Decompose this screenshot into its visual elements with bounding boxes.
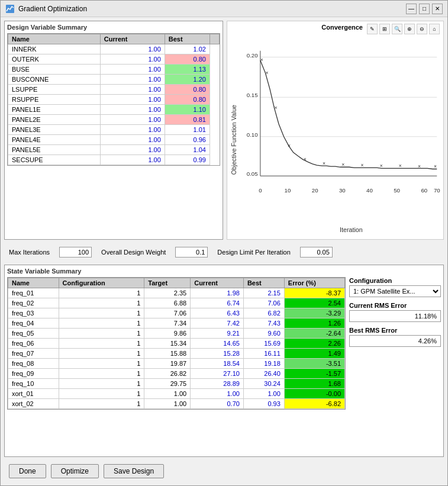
sv-best: 6.82: [243, 308, 284, 318]
sv-error: 1.68: [284, 379, 344, 389]
dv-name: PANEL4E: [8, 135, 101, 145]
table-row: OUTERK1.000.80: [8, 54, 220, 65]
max-iterations-input[interactable]: [59, 247, 92, 258]
sv-current: 6.74: [191, 298, 244, 308]
design-var-title: Design Variable Summary: [7, 24, 220, 31]
state-var-section: State Variable Summary Name Configuratio…: [4, 265, 444, 457]
dv-name: OUTERK: [8, 54, 101, 65]
svg-text:Iteration: Iteration: [340, 226, 363, 233]
sv-error: 1.49: [284, 349, 344, 359]
design-limit-input[interactable]: [300, 247, 333, 258]
col-name: Name: [8, 34, 101, 44]
svg-text:30: 30: [339, 187, 346, 194]
config-label: Configuration: [349, 277, 441, 284]
chart-panel: Convergence ✎ ⊞ 🔍 ⊕ ⊖ ⌂ Objective Functi…: [227, 21, 444, 240]
sv-current: 27.10: [191, 369, 244, 379]
sv-config: 1: [59, 359, 144, 369]
title-buttons: — □ ✕: [406, 4, 443, 14]
done-button[interactable]: Done: [9, 464, 46, 478]
minimize-button[interactable]: —: [406, 4, 417, 14]
sv-name: freq_10: [8, 379, 59, 389]
state-var-table: Name Configuration Target Current Best E…: [8, 278, 345, 409]
dv-best: 0.80: [165, 85, 210, 95]
chart-tool-2[interactable]: ⊞: [379, 24, 390, 34]
svg-text:Objective Function Value: Objective Function Value: [230, 105, 237, 175]
dv-current: 1.00: [100, 135, 165, 145]
optimize-button[interactable]: Optimize: [51, 464, 99, 478]
sv-error: -3.29: [284, 308, 344, 318]
dv-name: PANEL2E: [8, 115, 101, 125]
sv-name: freq_05: [8, 329, 59, 339]
window-title: Gradient Optimization: [18, 5, 87, 13]
design-var-panel: Design Variable Summary Name Current Bes…: [4, 21, 223, 240]
best-rms-label: Best RMS Error: [349, 327, 441, 334]
save-design-button[interactable]: Save Design: [104, 464, 164, 478]
sv-error: 2.26: [284, 339, 344, 349]
svg-text:0.05: 0.05: [247, 170, 258, 177]
table-row: freq_10129.7528.8930.241.68: [8, 379, 345, 389]
table-row: BUSE1.001.13: [8, 65, 220, 75]
sv-config: 1: [59, 379, 144, 389]
table-row: RSUPPE1.000.80: [8, 95, 220, 105]
sv-target: 26.82: [144, 369, 191, 379]
sv-current: 28.89: [191, 379, 244, 389]
dv-name: RSUPPE: [8, 95, 101, 105]
svg-text:10: 10: [285, 187, 291, 194]
dv-best: 0.81: [165, 115, 210, 125]
sv-config: 1: [59, 369, 144, 379]
svg-text:0.10: 0.10: [247, 131, 258, 138]
dv-name: SECSUPE: [8, 155, 101, 165]
main-content: Design Variable Summary Name Current Bes…: [1, 17, 447, 485]
config-select[interactable]: 1: GPM Satellite Ex...: [349, 285, 441, 297]
table-row: xort_0111.001.001.00-0.00: [8, 389, 345, 399]
dv-best: 1.02: [165, 44, 210, 54]
col-scroll: [210, 34, 220, 44]
sv-error: 2.54: [284, 298, 344, 308]
dv-current: 1.00: [100, 105, 165, 115]
table-row: PANEL1E1.001.10: [8, 105, 220, 115]
sv-name: freq_07: [8, 349, 59, 359]
current-rms-label: Current RMS Error: [349, 302, 441, 309]
state-var-table-wrap[interactable]: Name Configuration Target Current Best E…: [7, 277, 346, 410]
dv-best: 0.80: [165, 54, 210, 65]
close-button[interactable]: ✕: [432, 4, 443, 14]
svg-text:50: 50: [394, 187, 400, 194]
svg-text:0.20: 0.20: [247, 52, 258, 59]
dv-current: 1.00: [100, 115, 165, 125]
top-section: Design Variable Summary Name Current Bes…: [4, 21, 444, 240]
table-row: freq_0216.886.747.062.54: [8, 298, 345, 308]
dv-best: 1.04: [165, 145, 210, 155]
overall-weight-input[interactable]: [175, 247, 208, 258]
svg-text:×: ×: [341, 162, 344, 168]
sv-target: 7.06: [144, 308, 191, 318]
table-row: freq_0317.066.436.82-3.29: [8, 308, 345, 318]
chart-tool-5[interactable]: ⊖: [417, 24, 427, 34]
sv-best: 26.40: [243, 369, 284, 379]
chart-tool-6[interactable]: ⌂: [429, 24, 440, 34]
design-var-table-wrap[interactable]: Name Current Best INNERK1.001.02OUTERK1.…: [7, 33, 220, 166]
chart-tool-4[interactable]: ⊕: [404, 24, 415, 34]
sv-best: 30.24: [243, 379, 284, 389]
sv-col-config: Configuration: [59, 278, 144, 288]
table-row: INNERK1.001.02: [8, 44, 220, 54]
sv-current: 9.21: [191, 329, 244, 339]
dv-current: 1.00: [100, 75, 165, 85]
dv-best: 1.01: [165, 125, 210, 135]
main-window: Gradient Optimization — □ ✕ Design Varia…: [0, 0, 448, 486]
sv-name: freq_08: [8, 359, 59, 369]
table-row: PANEL5E1.001.04: [8, 145, 220, 155]
sv-current: 6.43: [191, 308, 244, 318]
sv-target: 15.34: [144, 339, 191, 349]
sv-target: 29.75: [144, 379, 191, 389]
dv-name: PANEL3E: [8, 125, 101, 135]
chart-tool-1[interactable]: ✎: [367, 24, 378, 34]
app-icon: [5, 4, 15, 14]
chart-tool-3[interactable]: 🔍: [392, 24, 402, 34]
maximize-button[interactable]: □: [419, 4, 430, 14]
dv-current: 1.00: [100, 155, 165, 165]
table-row: freq_0519.869.219.60-2.64: [8, 329, 345, 339]
sv-name: freq_02: [8, 298, 59, 308]
sv-name: freq_04: [8, 318, 59, 329]
dv-name: PANEL1E: [8, 105, 101, 115]
sv-config: 1: [59, 329, 144, 339]
